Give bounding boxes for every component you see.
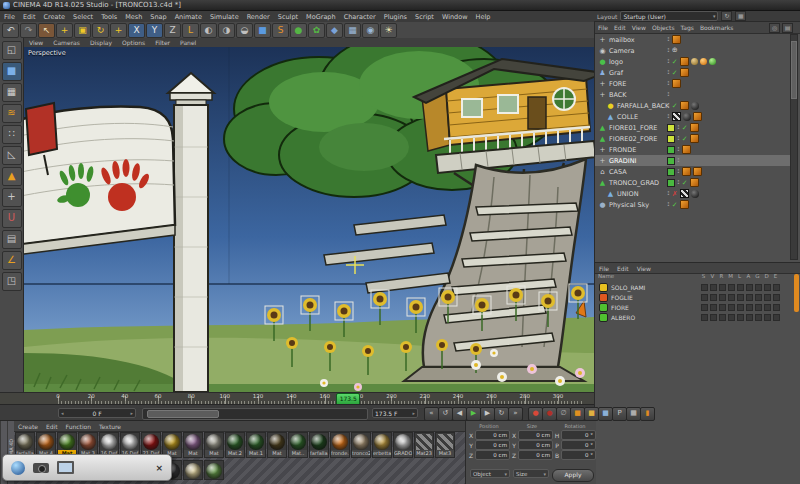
layer-toggle-a[interactable] bbox=[746, 294, 753, 301]
coord-field[interactable]: 0 cm bbox=[475, 450, 510, 460]
key-rotation-toggle[interactable]: ■ bbox=[598, 407, 613, 421]
visibility-dots[interactable]: : bbox=[667, 58, 670, 65]
coord-field[interactable]: 0 ° bbox=[561, 440, 596, 450]
viewport-menu-panel[interactable]: Panel bbox=[175, 39, 201, 46]
layer-toggle-e[interactable] bbox=[773, 314, 780, 321]
lm-menu-view[interactable]: View bbox=[633, 265, 655, 272]
add-camera-menu[interactable]: ◉ bbox=[362, 23, 379, 38]
enabled-check-icon[interactable]: ✓ bbox=[682, 179, 688, 187]
layer-toggle-g[interactable] bbox=[755, 314, 762, 321]
coord-field[interactable]: 0 ° bbox=[561, 450, 596, 460]
enabled-check-icon[interactable]: ✓ bbox=[682, 124, 688, 132]
texture-tag-icon[interactable] bbox=[690, 123, 699, 132]
texture-tag-icon[interactable] bbox=[680, 57, 689, 66]
camera-icon[interactable] bbox=[33, 463, 49, 473]
capture-widget[interactable]: × bbox=[2, 454, 172, 481]
workplane-mode-button[interactable]: ≋ bbox=[2, 104, 22, 123]
move-tool[interactable]: + bbox=[56, 23, 73, 38]
menu-select[interactable]: Select bbox=[69, 13, 97, 21]
object-row-union[interactable]: ▲UNION:✗ bbox=[595, 188, 793, 199]
enabled-check-icon[interactable]: ✓ bbox=[672, 69, 678, 77]
key-pla-toggle[interactable]: ▦ bbox=[626, 407, 641, 421]
enabled-check-icon[interactable]: ✓ bbox=[682, 135, 688, 143]
render-settings-button[interactable]: ◒ bbox=[236, 23, 253, 38]
add-modeling-menu[interactable]: ✿ bbox=[308, 23, 325, 38]
layer-toggle-d[interactable] bbox=[764, 284, 771, 291]
enabled-check-icon[interactable]: ✓ bbox=[672, 58, 678, 66]
object-row-graf[interactable]: ♟Graf:✓ bbox=[595, 67, 793, 78]
xpresso-tag-icon[interactable] bbox=[680, 189, 689, 198]
texture-tag-icon[interactable] bbox=[682, 145, 691, 154]
coord-field[interactable]: 0 cm bbox=[475, 430, 510, 440]
viewport-menu-cameras[interactable]: Cameras bbox=[48, 39, 85, 46]
add-environment-menu[interactable]: ▦ bbox=[344, 23, 361, 38]
timeline-scrollbar[interactable] bbox=[142, 408, 368, 420]
texture-tag-icon[interactable] bbox=[690, 134, 699, 143]
enabled-check-icon[interactable]: ✓ bbox=[672, 201, 678, 209]
lm-menu-edit[interactable]: Edit bbox=[613, 265, 633, 272]
range-start-field[interactable]: ◂ 0 F ▸ bbox=[58, 408, 136, 418]
om-menu-objects[interactable]: Objects bbox=[649, 24, 678, 31]
record-keyframe-button[interactable]: ● bbox=[528, 407, 543, 421]
visibility-dots[interactable]: : bbox=[677, 146, 680, 153]
menu-script[interactable]: Script bbox=[411, 13, 438, 21]
texture-tag-icon[interactable] bbox=[672, 35, 681, 44]
model-mode-button[interactable]: ■ bbox=[2, 62, 22, 81]
layer-toggle-e[interactable] bbox=[773, 284, 780, 291]
coord-field[interactable]: 0 cm bbox=[518, 450, 553, 460]
visibility-dots[interactable]: : bbox=[667, 113, 670, 120]
last-used-tool[interactable]: + bbox=[110, 23, 127, 38]
layer-toggle-l[interactable] bbox=[737, 314, 744, 321]
mat-menu-function[interactable]: Function bbox=[62, 423, 96, 430]
layer-toggle-r[interactable] bbox=[719, 304, 726, 311]
layer-color-chip[interactable] bbox=[667, 179, 675, 187]
layer-toggle-s[interactable] bbox=[701, 304, 708, 311]
material-mat3[interactable]: Mat3 bbox=[435, 432, 455, 458]
layer-toggle-l[interactable] bbox=[737, 284, 744, 291]
layer-toggle-d[interactable] bbox=[764, 294, 771, 301]
xpresso-tag-icon[interactable] bbox=[672, 112, 681, 121]
layer-toggle-e[interactable] bbox=[773, 304, 780, 311]
menu-help[interactable]: Help bbox=[472, 13, 495, 21]
render-picture-viewer-button[interactable]: ◑ bbox=[218, 23, 235, 38]
om-filter-icon[interactable]: ▤ bbox=[782, 23, 793, 33]
material-mat[interactable]: Mat bbox=[204, 432, 224, 458]
visibility-dots[interactable]: : bbox=[677, 168, 680, 175]
layer-toggle-a[interactable] bbox=[746, 304, 753, 311]
rotate-tool[interactable]: ↻ bbox=[92, 23, 109, 38]
viewport[interactable] bbox=[24, 47, 594, 392]
layer-color-chip[interactable] bbox=[667, 157, 675, 165]
play-backwards-button[interactable]: ↺ bbox=[438, 407, 453, 421]
add-deformer-menu[interactable]: ◆ bbox=[326, 23, 343, 38]
goto-start-button[interactable]: « bbox=[424, 407, 439, 421]
menu-simulate[interactable]: Simulate bbox=[206, 13, 243, 21]
live-selection-tool[interactable]: ↖ bbox=[38, 23, 55, 38]
texture-tag-icon[interactable] bbox=[693, 167, 702, 176]
layout-grid-icon[interactable]: ▦ bbox=[735, 11, 746, 21]
keyframe-selection-button[interactable]: ∅ bbox=[556, 407, 571, 421]
material-mat23[interactable]: Mat23 bbox=[414, 432, 434, 458]
texture-tag-icon[interactable] bbox=[680, 101, 689, 110]
menu-plugins[interactable]: Plugins bbox=[380, 13, 411, 21]
layer-toggle-a[interactable] bbox=[746, 314, 753, 321]
layout-preset-dropdown[interactable]: Startup (User) ▾ bbox=[620, 11, 718, 21]
layer-color-chip[interactable] bbox=[667, 146, 675, 154]
om-menu-file[interactable]: File bbox=[595, 24, 611, 31]
menu-character[interactable]: Character bbox=[340, 13, 380, 21]
material-mat[interactable]: Mat bbox=[267, 432, 287, 458]
menu-sculpt[interactable]: Sculpt bbox=[274, 13, 302, 21]
key-parameter-toggle[interactable]: P bbox=[612, 407, 627, 421]
goto-end-button[interactable]: » bbox=[508, 407, 523, 421]
layer-toggle-d[interactable] bbox=[764, 304, 771, 311]
mat-menu-texture[interactable]: Texture bbox=[95, 423, 125, 430]
om-search-icon[interactable]: ◎ bbox=[769, 23, 780, 33]
render-view-button[interactable]: ◐ bbox=[200, 23, 217, 38]
material-farfalla-[interactable]: farfalla. bbox=[309, 432, 329, 458]
layer-toggle-m[interactable] bbox=[728, 304, 735, 311]
viewport-menu-view[interactable]: View bbox=[24, 39, 48, 46]
workplane-toggle-button[interactable]: ▤ bbox=[2, 230, 22, 249]
visibility-dots[interactable]: : bbox=[677, 179, 680, 186]
mat-menu-create[interactable]: Create bbox=[14, 423, 42, 430]
key-position-toggle[interactable]: ■ bbox=[570, 407, 585, 421]
menu-create[interactable]: Create bbox=[39, 13, 69, 21]
